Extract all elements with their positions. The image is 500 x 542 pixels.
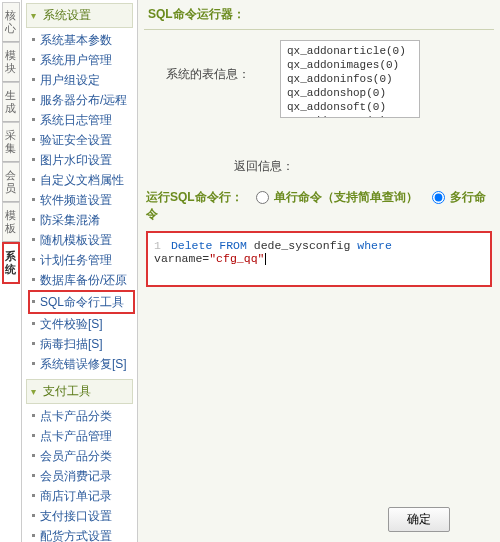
chevron-down-icon: ▾	[31, 386, 36, 397]
menu-item[interactable]: 支付接口设置	[30, 506, 135, 526]
menu-item[interactable]: 系统用户管理	[30, 50, 135, 70]
vtab-collect[interactable]: 采集	[2, 122, 20, 162]
run-label: 运行SQL命令行：	[146, 190, 243, 204]
vtab-template[interactable]: 模板	[2, 202, 20, 242]
menu-item[interactable]: 随机模板设置	[30, 230, 135, 250]
run-row: 运行SQL命令行： 单行命令（支持简单查询） 多行命令	[144, 185, 494, 227]
menu-item[interactable]: 自定义文档属性	[30, 170, 135, 190]
menu-item[interactable]: 文件校验[S]	[30, 314, 135, 334]
menu-item[interactable]: 系统日志管理	[30, 110, 135, 130]
table-row[interactable]: qx_addoninfos(0)	[287, 72, 413, 86]
chevron-down-icon: ▾	[31, 10, 36, 21]
sql-cond-rhs: "cfg_qq"	[209, 252, 264, 265]
group-header-payment[interactable]: ▾ 支付工具	[26, 379, 133, 404]
menu-item[interactable]: 病毒扫描[S]	[30, 334, 135, 354]
menu-item[interactable]: 数据库备份/还原	[30, 270, 135, 290]
table-row[interactable]: qx_addonimages(0)	[287, 58, 413, 72]
vtab-member[interactable]: 会员	[2, 162, 20, 202]
vtab-generate[interactable]: 生成	[2, 82, 20, 122]
table-row[interactable]: qx_addonarticle(0)	[287, 44, 413, 58]
menu-item[interactable]: 会员产品分类	[30, 446, 135, 466]
menu-item[interactable]: 用户组设定	[30, 70, 135, 90]
radio-single-label: 单行命令（支持简单查询）	[274, 190, 418, 204]
menu-item[interactable]: 系统错误修复[S]	[30, 354, 135, 374]
table-row[interactable]: qx_addonsoft(0)	[287, 100, 413, 114]
vtab-system[interactable]: 系统	[2, 242, 20, 284]
group-title: 支付工具	[43, 384, 91, 398]
group-header-system[interactable]: ▾ 系统设置	[26, 3, 133, 28]
menu-item[interactable]: 防采集混淆	[30, 210, 135, 230]
text-cursor	[265, 253, 266, 265]
menu-item[interactable]: 软件频道设置	[30, 190, 135, 210]
sql-textarea[interactable]: 1 Delete FROM dede_sysconfig where varna…	[146, 231, 492, 287]
panel-title: SQL命令运行器：	[144, 4, 494, 30]
tables-listbox[interactable]: qx_addonarticle(0) qx_addonimages(0) qx_…	[280, 40, 420, 118]
sql-cond-lhs: varname=	[154, 252, 209, 265]
menu-system: 系统基本参数 系统用户管理 用户组设定 服务器分布/远程 系统日志管理 验证安全…	[22, 30, 137, 376]
table-row[interactable]: qx_addonshop(0)	[287, 86, 413, 100]
sidebar: ▾ 系统设置 系统基本参数 系统用户管理 用户组设定 服务器分布/远程 系统日志…	[22, 0, 138, 542]
radio-single[interactable]	[256, 191, 269, 204]
menu-item[interactable]: 验证安全设置	[30, 130, 135, 150]
menu-item[interactable]: 商店订单记录	[30, 486, 135, 506]
kw-from: FROM	[219, 239, 247, 252]
radio-multi[interactable]	[432, 191, 445, 204]
vtab-module[interactable]: 模块	[2, 42, 20, 82]
table-row[interactable]: qx_addonspec(0)	[287, 114, 413, 118]
sql-table: dede_sysconfig	[254, 239, 351, 252]
menu-item[interactable]: 图片水印设置	[30, 150, 135, 170]
menu-payment: 点卡产品分类 点卡产品管理 会员产品分类 会员消费记录 商店订单记录 支付接口设…	[22, 406, 137, 542]
menu-item[interactable]: 点卡产品分类	[30, 406, 135, 426]
tables-label: 系统的表信息：	[148, 40, 268, 118]
vtab-core[interactable]: 核心	[2, 2, 20, 42]
menu-item[interactable]: 服务器分布/远程	[30, 90, 135, 110]
menu-item[interactable]: 点卡产品管理	[30, 426, 135, 446]
group-title: 系统设置	[43, 8, 91, 22]
menu-item[interactable]: 配货方式设置	[30, 526, 135, 542]
main-panel: SQL命令运行器： 系统的表信息： qx_addonarticle(0) qx_…	[138, 0, 500, 542]
menu-item-sql-tool[interactable]: SQL命令行工具	[28, 290, 135, 314]
vertical-tabs: 核心 模块 生成 采集 会员 模板 系统	[0, 0, 22, 542]
kw-where: where	[357, 239, 392, 252]
submit-button[interactable]: 确定	[388, 507, 450, 532]
menu-item[interactable]: 系统基本参数	[30, 30, 135, 50]
line-number: 1	[154, 239, 164, 252]
kw-delete: Delete	[171, 239, 212, 252]
return-label: 返回信息：	[144, 128, 494, 185]
menu-item[interactable]: 计划任务管理	[30, 250, 135, 270]
menu-item[interactable]: 会员消费记录	[30, 466, 135, 486]
